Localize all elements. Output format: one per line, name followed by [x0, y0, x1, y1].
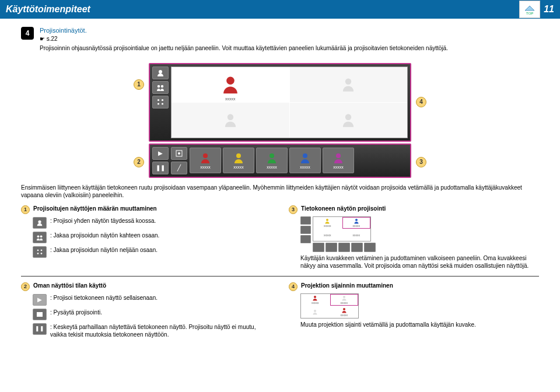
header-bar: Käyttötoimenpiteet TOP 11 — [0, 0, 560, 19]
svg-point-12 — [178, 152, 180, 155]
header-title: Käyttötoimenpiteet — [6, 4, 90, 15]
svg-point-0 — [159, 70, 162, 74]
user-thumb[interactable]: xxxxx — [256, 148, 288, 173]
step-title: Projisointinäytöt. — [40, 27, 539, 34]
callout-marker: 2 — [21, 282, 30, 291]
svg-point-9 — [228, 114, 233, 120]
user-thumb[interactable]: xxxxx — [289, 148, 321, 173]
bottom-panel: ▶ ❚❚ ╱ xxxxx xxxxx xxxxx xxxxx xxxxx — [149, 144, 411, 178]
top-logo: TOP — [519, 1, 540, 18]
svg-point-8 — [345, 78, 351, 84]
user-thumb[interactable]: xxxxx — [190, 148, 221, 173]
section-title: Projisoitujen näyttöjen määrän muuttamin… — [33, 205, 157, 212]
user-icon — [233, 152, 244, 164]
callout-marker: 3 — [289, 205, 298, 214]
svg-point-15 — [270, 153, 274, 158]
layout-4-button[interactable] — [152, 96, 169, 108]
callout-marker: 1 — [21, 205, 30, 214]
callout-4: 4 — [416, 97, 426, 107]
layout-2-icon — [33, 232, 47, 243]
page-number: 11 — [544, 4, 554, 15]
header-right: TOP 11 — [519, 1, 554, 18]
callout-2: 2 — [134, 157, 144, 167]
svg-point-14 — [236, 153, 241, 158]
svg-point-6 — [162, 103, 163, 104]
user-thumb[interactable]: xxxxx — [223, 148, 254, 173]
svg-point-10 — [345, 114, 351, 120]
svg-point-29 — [343, 296, 345, 298]
callout-marker: 4 — [289, 282, 298, 291]
section-title: Projektion sijainnin muuttaminen — [301, 282, 393, 289]
pause-button[interactable]: ❚❚ — [152, 162, 169, 174]
user-icon — [266, 152, 278, 164]
section-title: Oman näyttösi tilan käyttö — [33, 282, 106, 289]
user-icon — [200, 152, 211, 164]
svg-point-4 — [162, 99, 163, 100]
svg-point-19 — [37, 235, 40, 237]
step-paragraph: Projisoinnin ohjausnäytössä projisointia… — [40, 44, 539, 52]
svg-point-22 — [41, 249, 43, 251]
svg-point-30 — [314, 310, 316, 312]
svg-point-31 — [343, 308, 345, 310]
page-reference-link[interactable]: ☛ s.22 — [40, 36, 539, 42]
svg-point-21 — [37, 249, 39, 251]
section-description: Käyttäjän kuvakkeen vetäminen ja pudotta… — [300, 254, 539, 270]
mini-diagram: xxxxx xxxxx xxxxx xxxxx — [300, 216, 539, 252]
user-icon — [220, 75, 240, 94]
svg-point-5 — [158, 103, 159, 104]
user-icon — [332, 152, 344, 164]
svg-point-1 — [158, 85, 160, 87]
svg-point-3 — [158, 99, 159, 100]
svg-point-2 — [161, 85, 163, 87]
top-panel: xxxxx — [149, 63, 411, 142]
play-icon: ▶ — [33, 294, 47, 306]
callout-1: 1 — [134, 79, 144, 90]
grid-cell[interactable] — [290, 67, 408, 102]
layout-1-button[interactable] — [152, 66, 169, 79]
pause-icon: ❚❚ — [33, 323, 47, 335]
play-button[interactable]: ▶ — [152, 147, 169, 160]
svg-point-28 — [314, 296, 316, 298]
divider — [21, 276, 539, 276]
slash-button[interactable]: ╱ — [171, 162, 187, 174]
svg-point-26 — [355, 219, 358, 221]
projection-diagram: xxxxx ▶ ❚❚ — [149, 63, 411, 178]
svg-point-20 — [40, 235, 43, 237]
user-thumb[interactable]: xxxxx — [323, 148, 354, 173]
user-icon — [341, 77, 356, 92]
section-title: Tietokoneen näytön projisointi — [301, 205, 386, 212]
svg-point-16 — [303, 153, 307, 158]
step-number-badge: 4 — [21, 27, 34, 40]
mini-diagram: xxxxx xxxxx xxxxx — [300, 293, 539, 318]
svg-point-13 — [203, 153, 208, 158]
svg-point-18 — [38, 220, 41, 223]
svg-point-7 — [226, 76, 235, 85]
target-button[interactable] — [171, 147, 187, 160]
projection-grid: xxxxx — [171, 66, 408, 138]
grid-cell[interactable]: xxxxx — [172, 67, 289, 102]
stop-icon — [33, 309, 47, 320]
svg-point-23 — [37, 253, 39, 254]
layout-1-icon — [33, 217, 47, 229]
layout-4-icon — [33, 246, 47, 258]
grid-cell[interactable] — [172, 103, 289, 138]
callout-3: 3 — [416, 157, 426, 167]
layout-2-button[interactable] — [152, 81, 169, 94]
svg-rect-27 — [37, 312, 43, 317]
user-icon — [299, 152, 311, 164]
user-icon — [223, 113, 238, 128]
section-description: Muuta projektion sijainti vetämällä ja p… — [300, 321, 539, 329]
svg-point-24 — [41, 253, 43, 254]
grid-cell[interactable] — [290, 103, 408, 138]
diagram-description: Ensimmäisen liittyneen käyttäjän tietoko… — [21, 184, 539, 200]
svg-point-25 — [326, 219, 328, 221]
svg-point-17 — [336, 153, 341, 158]
user-icon — [341, 113, 356, 128]
